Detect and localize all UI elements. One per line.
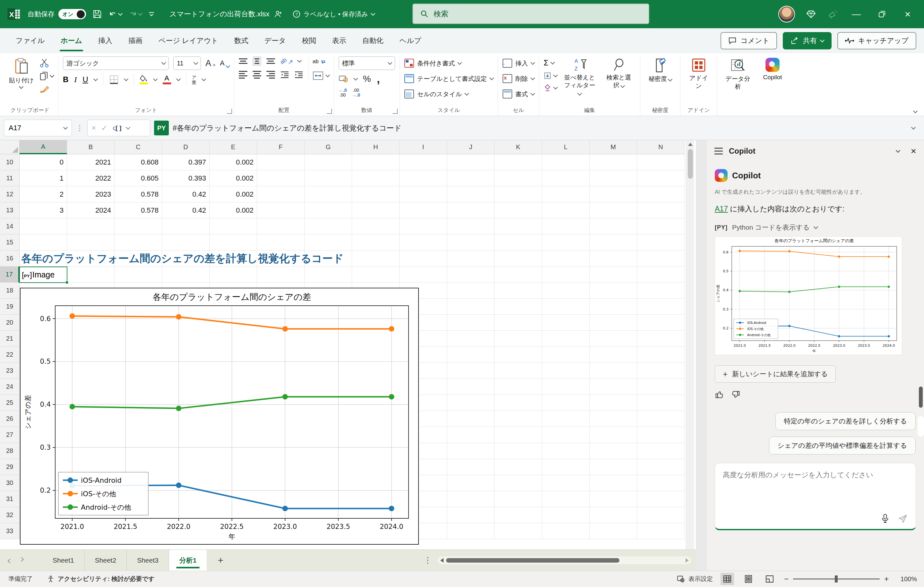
grid-cell-N20[interactable]	[637, 315, 685, 331]
fill-color-button[interactable]	[140, 75, 148, 84]
data-analysis-button[interactable]: データ分析	[722, 56, 754, 92]
fill-chevron-icon[interactable]	[153, 76, 158, 81]
row-header-32[interactable]: 32	[0, 507, 20, 523]
comma-style-button[interactable]: ,	[377, 76, 380, 82]
grid-cell-N21[interactable]	[637, 331, 685, 347]
align-middle-icon[interactable]	[252, 56, 261, 66]
column-header-J[interactable]: J	[447, 140, 495, 154]
grid-cell-G15[interactable]	[305, 235, 352, 250]
grid-cell-N25[interactable]	[637, 395, 685, 411]
function-chevron-icon[interactable]	[126, 125, 130, 129]
python-code-toggle[interactable]: [PY] Python コードを表示する	[715, 223, 916, 232]
page-break-preview-button[interactable]	[763, 573, 776, 585]
grid-cell-L14[interactable]	[542, 219, 589, 235]
grid-cell-N22[interactable]	[637, 347, 685, 363]
grid-cell-H12[interactable]	[352, 186, 399, 202]
grid-cell-N33[interactable]	[637, 523, 685, 539]
row-header-26[interactable]: 26	[0, 411, 20, 427]
grid-cell-A13[interactable]: 3	[20, 202, 67, 219]
grid-cell-J18[interactable]	[447, 283, 495, 299]
grid-cell-N30[interactable]	[637, 475, 685, 491]
row-header-14[interactable]: 14	[0, 219, 20, 235]
grid-cell-M33[interactable]	[589, 523, 637, 539]
number-format-select[interactable]: 標準	[338, 56, 395, 70]
grid-cell-M10[interactable]	[589, 154, 637, 170]
grid-cell-J33[interactable]	[447, 523, 495, 539]
grid-cell-C11[interactable]: 0.605	[115, 170, 162, 186]
formula-text[interactable]: #各年のプラットフォーム間のシェアの差を計算し視覚化するコード	[173, 123, 401, 133]
grid-cell-A12[interactable]: 2	[20, 186, 67, 202]
restore-button[interactable]	[874, 10, 889, 18]
grid-cell-L31[interactable]	[542, 491, 589, 507]
grid-cell-J24[interactable]	[447, 379, 495, 395]
page-layout-view-button[interactable]	[742, 573, 755, 585]
align-bottom-icon[interactable]	[266, 58, 275, 64]
decrease-font-icon[interactable]: A	[220, 59, 229, 67]
sheet-options-kebab[interactable]: ⋮	[424, 555, 432, 565]
grid-cell-K15[interactable]	[495, 235, 542, 250]
formula-expand-chevron[interactable]	[911, 125, 916, 129]
row-header-19[interactable]: 19	[0, 299, 20, 315]
close-button[interactable]: ×	[900, 8, 915, 20]
quick-access-customize-icon[interactable]	[148, 12, 155, 16]
vertical-scroll-thumb[interactable]	[688, 149, 693, 179]
grid-cell-F12[interactable]	[257, 186, 305, 202]
copilot-scroll-thumb[interactable]	[919, 386, 923, 408]
increase-decimal-button[interactable]: ←.0.00	[338, 88, 347, 97]
column-header-N[interactable]: N	[637, 140, 685, 154]
grid-cell-J13[interactable]	[447, 202, 495, 219]
row-header-30[interactable]: 30	[0, 475, 20, 491]
row-header-17[interactable]: 17	[0, 266, 20, 283]
embedded-python-chart[interactable]: 2021.02021.52022.02022.52023.02023.52024…	[20, 288, 419, 545]
column-header-D[interactable]: D	[162, 140, 210, 154]
cell-styles-button[interactable]: セルのスタイル	[404, 87, 493, 101]
grid-cell-K27[interactable]	[495, 427, 542, 443]
grid-cell-K17[interactable]	[495, 266, 542, 283]
grid-cell-M22[interactable]	[589, 347, 637, 363]
column-header-C[interactable]: C	[115, 140, 162, 154]
grid-cell-I12[interactable]	[399, 186, 447, 202]
scroll-right-arrow[interactable]	[686, 558, 689, 562]
increase-indent-icon[interactable]	[294, 71, 303, 79]
selected-cell-a17[interactable]: [PY] Image	[19, 266, 68, 283]
column-header-K[interactable]: K	[495, 140, 542, 154]
zoom-out-icon[interactable]: −	[784, 574, 789, 584]
thumbs-down-icon[interactable]	[731, 390, 741, 400]
row-header-16[interactable]: 16	[0, 250, 20, 266]
grid-cell-M12[interactable]	[589, 186, 637, 202]
grid-cell-J30[interactable]	[447, 475, 495, 491]
grid-cell-J11[interactable]	[447, 170, 495, 186]
delete-cells-button[interactable]: x 削除	[503, 72, 535, 86]
grid-cell-N31[interactable]	[637, 491, 685, 507]
ribbon-tab-8[interactable]: 表示	[324, 28, 354, 53]
grid-cell-D13[interactable]: 0.42	[162, 202, 210, 219]
grid-cell-J32[interactable]	[447, 507, 495, 523]
grid-cell-E15[interactable]	[210, 235, 257, 250]
fill-handle[interactable]	[66, 281, 68, 284]
grid-cell-B14[interactable]	[67, 219, 115, 235]
grid-cell-N10[interactable]	[637, 154, 685, 170]
grid-cell-H14[interactable]	[352, 219, 399, 235]
grid-cell-B13[interactable]: 2024	[67, 202, 115, 219]
ribbon-tab-7[interactable]: 校閲	[294, 28, 324, 53]
grid-cell-M14[interactable]	[589, 219, 637, 235]
excel-app-icon[interactable]: X	[7, 7, 21, 21]
sort-filter-button[interactable]: AZ 並べ替えとフィルター	[560, 56, 599, 98]
align-left-icon[interactable]	[239, 71, 248, 79]
orientation-button[interactable]: ab	[280, 58, 293, 64]
clear-icon[interactable]	[544, 84, 551, 92]
grid-cell-C14[interactable]	[115, 219, 162, 235]
suggestion-chip-0[interactable]: 特定の年のシェアの差を詳しく分析する	[776, 412, 916, 430]
grid-cell-M30[interactable]	[589, 475, 637, 491]
grid-cell-J29[interactable]	[447, 459, 495, 475]
redo-button[interactable]	[129, 10, 142, 19]
grid-cell-D15[interactable]	[162, 235, 210, 250]
grid-cell-E11[interactable]: 0.002	[210, 170, 257, 186]
sheet-nav-right-icon[interactable]	[19, 557, 24, 562]
grid-cell-J15[interactable]	[447, 235, 495, 250]
row-header-29[interactable]: 29	[0, 459, 20, 475]
grid-cell-L17[interactable]	[542, 266, 589, 283]
grid-cell-L26[interactable]	[542, 411, 589, 427]
grid-cell-M11[interactable]	[589, 170, 637, 186]
zoom-slider[interactable]: − +	[784, 574, 889, 584]
